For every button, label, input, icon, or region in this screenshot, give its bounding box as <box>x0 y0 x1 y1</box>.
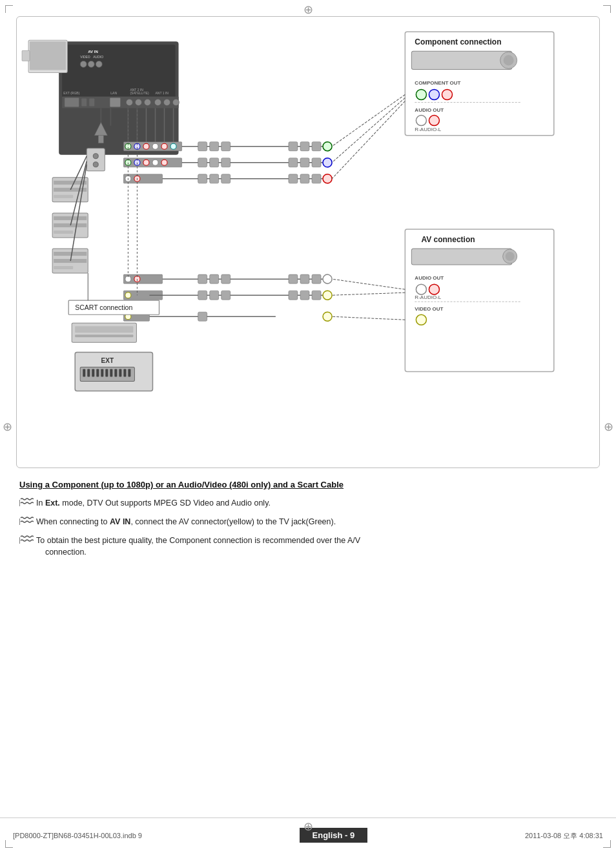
footer-right: 2011-03-08 오후 4:08:31 <box>525 831 603 841</box>
svg-text:R-AUDIO-L: R-AUDIO-L <box>415 294 441 300</box>
svg-rect-18 <box>65 98 79 107</box>
svg-rect-174 <box>123 369 126 376</box>
svg-text:R-AUDIO-L: R-AUDIO-L <box>415 127 441 132</box>
svg-rect-42 <box>54 231 73 234</box>
note-bold-ext: Ext. <box>45 498 60 508</box>
svg-text:ANT 1 IN: ANT 1 IN <box>155 91 169 95</box>
note-text-2: When connecting to AV IN, connect the AV… <box>36 516 597 528</box>
svg-point-74 <box>152 159 158 165</box>
svg-point-34 <box>93 162 98 167</box>
svg-rect-32 <box>87 149 105 171</box>
svg-rect-170 <box>105 369 108 376</box>
svg-rect-103 <box>289 274 298 283</box>
svg-rect-89 <box>221 174 231 183</box>
svg-text:LAN: LAN <box>110 91 117 95</box>
svg-point-131 <box>429 89 439 99</box>
note-text-3: To obtain the best picture quality, the … <box>36 535 597 559</box>
svg-rect-90 <box>289 174 298 183</box>
diagram-box: AV IN VIDEO AUDIO EXT (RGB) LAN ANT 2 IN… <box>16 16 600 468</box>
svg-rect-21 <box>110 98 120 107</box>
svg-rect-104 <box>300 274 309 283</box>
svg-rect-171 <box>110 369 112 376</box>
svg-point-22 <box>126 99 132 106</box>
corner-mark-tr <box>603 5 611 13</box>
svg-point-33 <box>93 154 98 159</box>
svg-point-24 <box>144 99 150 106</box>
page-content: AV IN VIDEO AUDIO EXT (RGB) LAN ANT 2 IN… <box>16 16 600 814</box>
svg-rect-41 <box>54 223 87 227</box>
note-item-1: In Ext. mode, DTV Out supports MPEG SD V… <box>19 497 597 509</box>
svg-rect-91 <box>300 174 309 183</box>
svg-rect-115 <box>312 291 321 300</box>
svg-text:EXT: EXT <box>101 357 114 364</box>
note-item-2: When connecting to AV IN, connect the AV… <box>19 516 597 528</box>
svg-point-23 <box>135 99 141 106</box>
svg-rect-3 <box>30 41 66 70</box>
svg-rect-77 <box>198 158 207 167</box>
corner-mark-tl <box>5 5 13 13</box>
svg-rect-80 <box>289 158 298 167</box>
svg-point-75 <box>161 159 167 165</box>
svg-point-95 <box>323 174 332 183</box>
svg-point-9 <box>88 61 94 67</box>
svg-line-151 <box>332 98 405 163</box>
svg-rect-46 <box>54 266 73 269</box>
note-icon-3 <box>19 535 34 546</box>
svg-rect-87 <box>198 174 207 183</box>
svg-text:VIDEO OUT: VIDEO OUT <box>415 306 443 312</box>
svg-rect-140 <box>411 249 511 265</box>
svg-point-121 <box>323 312 332 321</box>
svg-point-93 <box>323 142 332 151</box>
svg-rect-69 <box>312 142 321 151</box>
svg-point-26 <box>164 99 170 106</box>
svg-point-8 <box>80 61 87 67</box>
svg-rect-100 <box>198 274 207 283</box>
svg-rect-101 <box>210 274 219 283</box>
svg-point-106 <box>323 274 332 283</box>
svg-rect-120 <box>198 312 207 321</box>
svg-point-94 <box>323 158 332 167</box>
diagram-svg: AV IN VIDEO AUDIO EXT (RGB) LAN ANT 2 IN… <box>17 17 599 468</box>
svg-point-136 <box>429 116 439 126</box>
svg-rect-160 <box>75 326 133 333</box>
svg-rect-78 <box>210 158 219 167</box>
svg-rect-105 <box>312 274 321 283</box>
svg-rect-166 <box>87 369 90 376</box>
svg-point-116 <box>323 291 332 300</box>
svg-rect-167 <box>92 369 94 376</box>
svg-text:COMPONENT OUT: COMPONENT OUT <box>415 80 460 86</box>
svg-rect-112 <box>221 291 231 300</box>
svg-point-60 <box>152 143 158 149</box>
page-number: English - 9 <box>313 830 355 840</box>
svg-rect-168 <box>96 369 99 376</box>
svg-point-108 <box>125 293 131 298</box>
svg-rect-126 <box>411 51 511 69</box>
svg-text:AV connection: AV connection <box>421 235 475 244</box>
svg-rect-88 <box>210 174 219 183</box>
crosshair-top-icon: ⊕ <box>303 3 313 17</box>
svg-rect-159 <box>72 323 136 342</box>
svg-text:AUDIO: AUDIO <box>93 55 103 59</box>
svg-rect-31 <box>98 136 103 143</box>
svg-rect-19 <box>81 99 87 107</box>
svg-text:AV IN: AV IN <box>88 50 98 54</box>
svg-rect-110 <box>198 291 207 300</box>
svg-point-73 <box>143 159 149 165</box>
svg-rect-45 <box>54 259 87 263</box>
svg-rect-38 <box>54 195 73 198</box>
svg-point-144 <box>416 284 426 294</box>
svg-rect-113 <box>289 291 298 300</box>
svg-rect-65 <box>210 142 219 151</box>
svg-rect-79 <box>221 158 231 167</box>
svg-line-150 <box>332 94 405 146</box>
svg-point-145 <box>429 284 439 294</box>
svg-rect-172 <box>114 369 117 376</box>
svg-point-142 <box>506 252 515 261</box>
svg-rect-114 <box>300 291 309 300</box>
svg-point-149 <box>416 314 426 325</box>
crosshair-right-icon: ⊕ <box>604 420 613 434</box>
note-bold-avin: AV IN <box>110 517 130 526</box>
svg-line-154 <box>332 293 405 295</box>
svg-text:(SATELLITE): (SATELLITE) <box>130 91 149 95</box>
svg-point-10 <box>96 61 102 67</box>
